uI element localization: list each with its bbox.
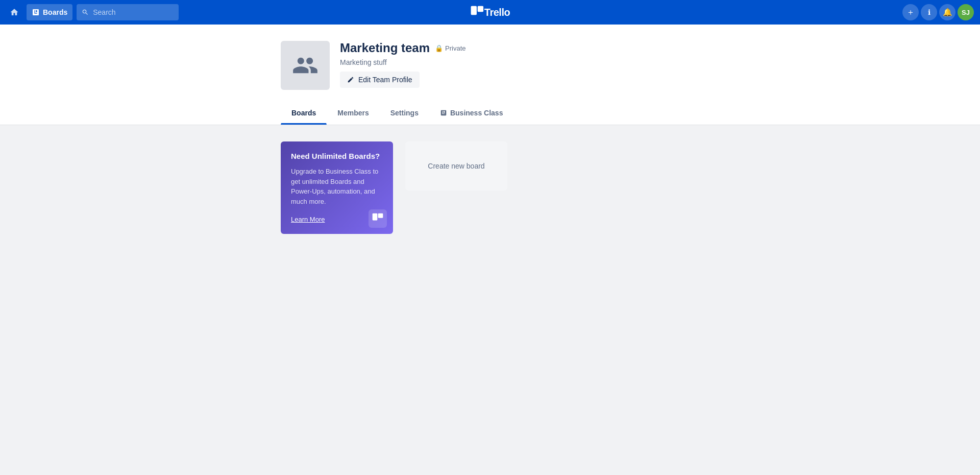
content-area: Need Unlimited Boards? Upgrade to Busine… (260, 125, 720, 250)
team-avatar-icon (292, 52, 318, 79)
navbar: Boards Trello ＋ ℹ 🔔 SJ (0, 0, 980, 25)
boards-nav-label: Boards (43, 8, 67, 16)
create-board-label: Create new board (428, 162, 484, 170)
tab-business-class[interactable]: Business Class (429, 102, 514, 125)
team-info: Marketing team 🔒 Private Marketing stuff… (281, 41, 699, 90)
svg-rect-3 (373, 213, 378, 221)
trello-logo-icon (470, 5, 484, 19)
boards-nav-button[interactable]: Boards (27, 4, 72, 20)
team-name-row: Marketing team 🔒 Private (340, 41, 466, 55)
team-avatar (281, 41, 330, 90)
team-privacy-badge: 🔒 Private (435, 44, 465, 52)
business-class-icon (440, 109, 447, 116)
edit-icon (347, 76, 354, 83)
tab-settings[interactable]: Settings (380, 102, 429, 125)
upgrade-description: Upgrade to Business Class to get unlimit… (291, 167, 383, 206)
trello-wordmark: Trello (484, 7, 510, 18)
upgrade-title: Need Unlimited Boards? (291, 152, 383, 160)
main-content: Marketing team 🔒 Private Marketing stuff… (0, 25, 980, 475)
home-button[interactable] (6, 4, 22, 20)
search-input[interactable] (93, 8, 164, 16)
create-board-card[interactable]: Create new board (405, 141, 507, 191)
edit-team-profile-label: Edit Team Profile (358, 76, 412, 84)
trello-logo: Trello (470, 5, 510, 19)
upgrade-card: Need Unlimited Boards? Upgrade to Busine… (281, 141, 393, 234)
info-button[interactable]: ℹ (921, 4, 937, 20)
team-description: Marketing stuff (340, 58, 466, 66)
tab-members[interactable]: Members (327, 102, 379, 125)
trello-box-icon (372, 213, 383, 224)
lock-icon: 🔒 (435, 44, 443, 52)
tabs: Boards Members Settings Business Class (281, 102, 699, 125)
tab-boards[interactable]: Boards (281, 102, 327, 125)
avatar-initials: SJ (962, 9, 970, 16)
home-icon (10, 8, 19, 17)
tab-settings-label: Settings (390, 109, 419, 117)
nav-right-actions: ＋ ℹ 🔔 SJ (902, 4, 974, 20)
add-button[interactable]: ＋ (902, 4, 919, 20)
tab-members-label: Members (337, 109, 369, 117)
svg-rect-2 (478, 6, 483, 12)
learn-more-link[interactable]: Learn More (291, 216, 325, 223)
team-name: Marketing team (340, 41, 430, 55)
search-bar[interactable] (77, 4, 179, 20)
search-icon (82, 9, 89, 16)
notifications-button[interactable]: 🔔 (939, 4, 955, 20)
board-icon (32, 8, 40, 16)
team-privacy-label: Private (445, 44, 465, 52)
user-avatar[interactable]: SJ (958, 4, 974, 20)
upgrade-trello-icon (369, 209, 387, 228)
svg-rect-1 (471, 6, 477, 15)
tab-boards-label: Boards (291, 109, 316, 117)
team-header: Marketing team 🔒 Private Marketing stuff… (0, 25, 980, 125)
team-details: Marketing team 🔒 Private Marketing stuff… (340, 41, 466, 88)
edit-team-profile-button[interactable]: Edit Team Profile (340, 72, 420, 88)
svg-rect-4 (378, 213, 383, 218)
tab-business-class-label: Business Class (450, 109, 503, 117)
